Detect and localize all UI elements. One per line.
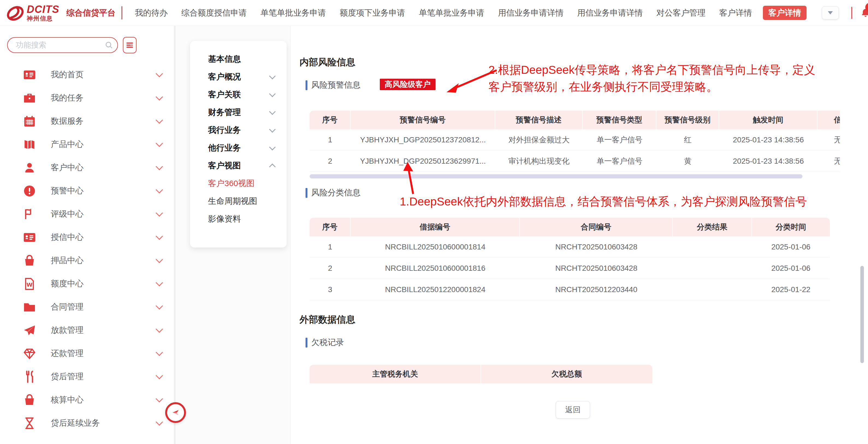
submenu-item[interactable]: 影像资料 [190, 210, 287, 228]
chevron-down-icon [156, 93, 163, 100]
nav-tab[interactable]: 单笔单批业务申请 [419, 7, 485, 19]
nav-dropdown-button[interactable] [822, 6, 839, 20]
sidebar-item[interactable]: 我的任务 [0, 86, 174, 110]
table-row[interactable]: 1NRCBILL2025010600001814NRCHT20250106034… [310, 236, 830, 258]
chevron-down-icon [156, 209, 163, 217]
chevron-down-icon [156, 279, 163, 286]
table-cell: 1 [310, 129, 350, 150]
annotation-arrow-to-badge [443, 67, 501, 94]
back-button[interactable]: 返回 [556, 401, 590, 419]
horizontal-scrollbar[interactable] [310, 174, 803, 178]
sidebar-item[interactable]: 押品中心 [0, 249, 174, 272]
sidebar-item-label: 核算中心 [51, 394, 157, 406]
nav-tabs: 我的待办综合额度授信申请单笔单批业务申请额度项下业务申请单笔单批业务申请用信业务… [135, 7, 752, 19]
annotation-arrow-to-row [401, 160, 423, 198]
table-cell [673, 236, 752, 257]
page-scrollbar[interactable] [860, 266, 864, 363]
nav-tab[interactable]: 综合额度授信申请 [181, 7, 247, 19]
sidebar-item[interactable]: W额度中心 [0, 272, 174, 295]
section-bar-icon [306, 80, 307, 90]
customer-view-submenu: 基本信息客户概况客户关联财务管理我行业务他行业务客户视图客户360视图生命周期视… [190, 41, 287, 247]
chevron-down-icon [156, 372, 163, 379]
chevron-up-icon [269, 164, 276, 170]
person-icon [23, 161, 37, 175]
submenu-item-label: 我行业务 [208, 125, 270, 136]
submenu-item[interactable]: 财务管理 [190, 103, 287, 121]
table-cell: NRCBILL2025010600001814 [350, 236, 520, 257]
table-cell: 审计机构出现变化 [495, 151, 583, 172]
sidebar-item[interactable]: 核算中心 [0, 388, 174, 412]
risk-warning-section-header: 风险预警信息 [306, 80, 361, 91]
sidebar-item[interactable]: 贷后延续业务 [0, 412, 174, 435]
nav-tab[interactable]: 单笔单批业务申请 [260, 7, 326, 19]
submenu-item[interactable]: 他行业务 [190, 139, 287, 157]
submenu-item[interactable]: 客户概况 [190, 68, 287, 86]
sidebar-item[interactable]: 产品中心 [0, 133, 174, 156]
brand-name: DCITS [27, 4, 59, 14]
submenu-item-label: 生命周期视图 [208, 196, 275, 207]
table-row[interactable]: 1YJBHYJXH_DGP20250123720812...对外担保金额过大单一… [310, 129, 840, 151]
sidebar-item[interactable]: 合同管理 [0, 295, 174, 319]
nav-tab[interactable]: 客户详情 [719, 7, 752, 19]
sidebar-item-label: 我的任务 [51, 92, 157, 103]
tax-table: 主管税务机关欠税总额 [310, 365, 652, 383]
sidebar-item[interactable]: 预警中心 [0, 179, 174, 203]
risk-warning-section-title: 风险预警信息 [311, 80, 361, 91]
sidebar-item[interactable]: 授信中心 [0, 226, 174, 249]
chevron-down-icon [269, 144, 276, 150]
tax-section-title: 欠税记录 [311, 337, 344, 348]
nav-tab[interactable]: 我的待办 [135, 7, 168, 19]
sidebar-item-label: 评级中心 [51, 208, 157, 220]
hourglass-icon [23, 416, 37, 430]
table-row[interactable]: 2YJBHYJXH_DGP20250123629971...审计机构出现变化单一… [310, 151, 840, 172]
table-cell: 黄 [656, 151, 719, 172]
menu-toggle-button[interactable] [123, 37, 136, 53]
submenu-item[interactable]: 基本信息 [190, 50, 287, 68]
sidebar-item-label: 贷后延续业务 [51, 417, 157, 429]
search-input[interactable] [15, 39, 101, 51]
nav-tab-active[interactable]: 客户详情 [763, 6, 807, 20]
risk-class-table: 序号借据编号合同编号分类结果分类时间1NRCBILL20250106000018… [310, 218, 830, 300]
sidebar-item-label: 押品中心 [51, 255, 157, 266]
nav-tab[interactable]: 额度项下业务申请 [340, 7, 405, 19]
table-row[interactable]: 2NRCBILL2025010600001816NRCHT20250106034… [310, 258, 830, 279]
nav-tab[interactable]: 用信业务申请详情 [577, 7, 643, 19]
sidebar-item[interactable]: 我的首页 [0, 63, 174, 86]
table-row[interactable]: 3NRCBILL2025012200001824NRCHT20250122034… [310, 279, 830, 300]
chevron-down-icon [269, 126, 276, 132]
idcard-icon [23, 230, 37, 244]
column-header: 预警信号级别 [656, 111, 719, 129]
function-search-box[interactable] [7, 37, 118, 53]
folder-icon [23, 300, 37, 314]
submenu-item[interactable]: 我行业务 [190, 121, 287, 139]
nav-divider [851, 7, 852, 19]
submenu-item[interactable]: 客户关联 [190, 86, 287, 103]
table-cell: 3 [310, 279, 350, 300]
plane-icon [23, 323, 37, 337]
internal-risk-title: 内部风险信息 [300, 56, 355, 68]
nav-tab[interactable]: 用信业务申请详情 [498, 7, 563, 19]
submenu-item-active[interactable]: 客户360视图 [190, 175, 287, 193]
high-risk-badge: 高风险级客户 [380, 79, 435, 90]
chevron-down-icon [156, 395, 163, 403]
middle-zone: 基本信息客户概况客户关联财务管理我行业务他行业务客户视图客户360视图生命周期视… [176, 26, 290, 444]
table-cell: 2025-01-23 14:38:56 [719, 151, 817, 172]
table-cell: NRCBILL2025010600001816 [350, 258, 520, 279]
sidebar-collapse-button[interactable] [165, 402, 186, 423]
notification-bell-icon[interactable]: 0 [860, 8, 868, 18]
table-cell: NRCHT2025012203440 [520, 279, 673, 300]
sidebar-item[interactable]: 客户中心 [0, 156, 174, 179]
table-cell: YJBHYJXH_DGP20250123720812... [350, 129, 495, 150]
sidebar-item[interactable]: 放款管理 [0, 319, 174, 342]
bag-icon [23, 393, 37, 407]
submenu-item[interactable]: 客户视图 [190, 157, 287, 175]
submenu-item[interactable]: 生命周期视图 [190, 193, 287, 210]
sidebar-item[interactable]: 贷后管理 [0, 365, 174, 388]
sidebar-menu: 我的首页我的任务数据服务产品中心客户中心预警中心评级中心授信中心押品中心W额度中… [0, 63, 174, 435]
table-cell: 单一客户信号 [583, 129, 656, 150]
sidebar-item[interactable]: 还款管理 [0, 342, 174, 365]
nav-tab[interactable]: 对公客户管理 [656, 7, 706, 19]
sidebar-item[interactable]: 数据服务 [0, 110, 174, 133]
svg-text:W: W [27, 282, 32, 288]
sidebar-item[interactable]: 评级中心 [0, 203, 174, 226]
